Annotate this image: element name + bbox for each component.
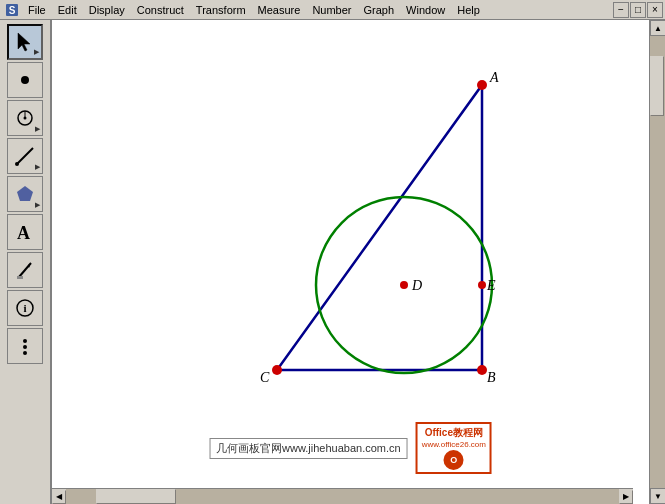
menu-number[interactable]: Number xyxy=(306,3,357,17)
scroll-track-h xyxy=(66,489,619,504)
svg-text:S: S xyxy=(9,5,16,16)
horizontal-scrollbar[interactable]: ◀ ▶ xyxy=(52,488,633,504)
watermark-text: 几何画板官网www.jihehuaban.com.cn xyxy=(209,438,408,459)
menu-edit[interactable]: Edit xyxy=(52,3,83,17)
line-tool[interactable]: ▶ xyxy=(7,138,43,174)
svg-point-8 xyxy=(15,162,19,166)
label-C: C xyxy=(260,370,270,385)
svg-point-3 xyxy=(21,76,29,84)
office-badge-line1: Office教程网 xyxy=(425,426,483,440)
svg-point-17 xyxy=(23,345,27,349)
menu-window[interactable]: Window xyxy=(400,3,451,17)
point-E xyxy=(478,281,486,289)
select-tool[interactable]: ▶ xyxy=(7,24,43,60)
menu-help[interactable]: Help xyxy=(451,3,486,17)
compass-tool-arrow: ▶ xyxy=(35,125,40,133)
label-A: A xyxy=(489,70,499,85)
menu-measure[interactable]: Measure xyxy=(252,3,307,17)
scroll-track-v xyxy=(650,36,665,488)
compass-tool[interactable]: ▶ xyxy=(7,100,43,136)
svg-text:A: A xyxy=(17,223,30,243)
svg-point-16 xyxy=(23,339,27,343)
label-E: E xyxy=(486,278,496,293)
triangle xyxy=(277,85,482,370)
label-B: B xyxy=(487,370,496,385)
main-container: ▶ ▶ ▶ xyxy=(0,20,665,504)
menu-file[interactable]: File xyxy=(22,3,52,17)
info-tool[interactable]: i xyxy=(7,290,43,326)
polygon-tool[interactable]: ▶ xyxy=(7,176,43,212)
svg-rect-13 xyxy=(17,276,23,279)
point-D xyxy=(400,281,408,289)
watermark: 几何画板官网www.jihehuaban.com.cn Office教程网 ww… xyxy=(209,422,492,474)
select-tool-arrow: ▶ xyxy=(34,48,39,56)
point-A xyxy=(477,80,487,90)
menu-construct[interactable]: Construct xyxy=(131,3,190,17)
app-logo: S xyxy=(2,0,22,20)
left-toolbar: ▶ ▶ ▶ xyxy=(0,20,52,504)
scroll-thumb-h[interactable] xyxy=(96,489,176,504)
minimize-button[interactable]: − xyxy=(613,2,629,18)
menu-graph[interactable]: Graph xyxy=(358,3,401,17)
label-D: D xyxy=(411,278,422,293)
svg-marker-9 xyxy=(17,186,33,201)
more-tool[interactable] xyxy=(7,328,43,364)
text-tool[interactable]: A xyxy=(7,214,43,250)
scroll-up-button[interactable]: ▲ xyxy=(650,20,665,36)
office-icon: O xyxy=(444,450,464,470)
polygon-tool-arrow: ▶ xyxy=(35,201,40,209)
svg-point-18 xyxy=(23,351,27,355)
scroll-down-button[interactable]: ▼ xyxy=(650,488,665,504)
vertical-scrollbar: ▲ ▼ xyxy=(649,20,665,504)
svg-text:i: i xyxy=(23,302,26,314)
menu-transform[interactable]: Transform xyxy=(190,3,252,17)
svg-marker-2 xyxy=(18,33,30,51)
office-badge: Office教程网 www.office26.com O xyxy=(416,422,492,474)
point-C xyxy=(272,365,282,375)
custom-tool[interactable] xyxy=(7,252,43,288)
close-button[interactable]: × xyxy=(647,2,663,18)
scroll-thumb-v[interactable] xyxy=(650,56,664,116)
point-B xyxy=(477,365,487,375)
scroll-left-button[interactable]: ◀ xyxy=(52,490,66,504)
line-tool-arrow: ▶ xyxy=(35,163,40,171)
menu-display[interactable]: Display xyxy=(83,3,131,17)
svg-line-7 xyxy=(17,148,33,164)
office-badge-line2: www.office26.com xyxy=(422,440,486,449)
canvas-area[interactable]: A B C D E 几何画板官网www.jihehuaban.com.cn Of… xyxy=(52,20,649,504)
menubar: S File Edit Display Construct Transform … xyxy=(0,0,665,20)
maximize-button[interactable]: □ xyxy=(630,2,646,18)
point-tool[interactable] xyxy=(7,62,43,98)
scroll-right-button[interactable]: ▶ xyxy=(619,490,633,504)
